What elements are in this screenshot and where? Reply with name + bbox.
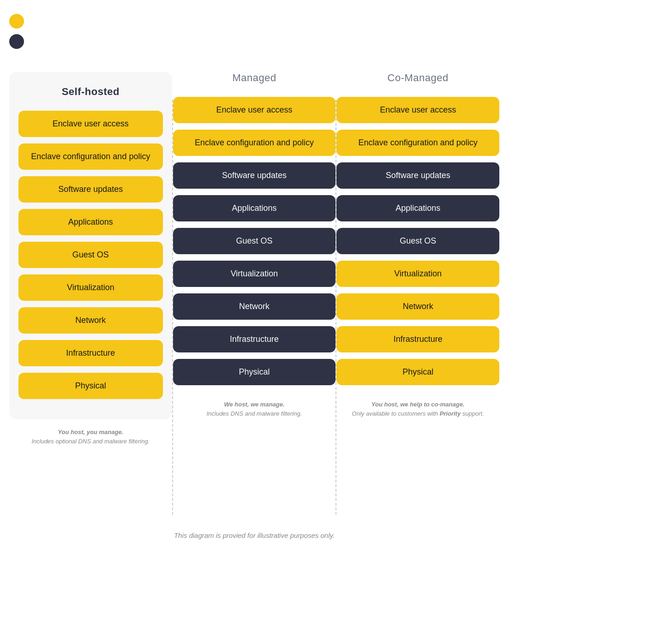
column-self-hosted: Self-hosted Enclave user access Enclave … (9, 72, 172, 446)
pill-cm-software-updates: Software updates (336, 162, 499, 189)
pill-cm-physical: Physical (336, 359, 499, 385)
self-hosted-footer: You host, you manage. Includes optional … (31, 428, 150, 446)
pill-cm-virtualization: Virtualization (336, 261, 499, 287)
pill-m-network: Network (173, 293, 336, 320)
pill-cm-infrastructure: Infrastructure (336, 326, 499, 352)
legend (9, 9, 499, 54)
pill-m-virtualization: Virtualization (173, 261, 336, 287)
pill-sh-enclave-config: Enclave configuration and policy (18, 143, 163, 170)
pill-cm-enclave-config: Enclave configuration and policy (336, 130, 499, 156)
pill-cm-applications: Applications (336, 195, 499, 221)
pill-cm-network: Network (336, 293, 499, 320)
legend-item-dark (9, 34, 499, 49)
pill-m-enclave-config: Enclave configuration and policy (173, 130, 336, 156)
pill-m-software-updates: Software updates (173, 162, 336, 189)
legend-dot-yellow (9, 14, 24, 29)
legend-dot-dark (9, 34, 24, 49)
pill-sh-infrastructure: Infrastructure (18, 340, 163, 366)
self-hosted-title: Self-hosted (62, 86, 120, 98)
pill-sh-network: Network (18, 307, 163, 334)
column-co-managed: Co-Managed Enclave user access Enclave c… (336, 72, 499, 418)
column-managed: Managed Enclave user access Enclave conf… (173, 72, 336, 418)
pill-sh-physical: Physical (18, 373, 163, 399)
pill-sh-software-updates: Software updates (18, 176, 163, 203)
main-content: Self-hosted Enclave user access Enclave … (9, 72, 499, 515)
pill-cm-guest-os: Guest OS (336, 228, 499, 254)
pill-sh-virtualization: Virtualization (18, 274, 163, 301)
co-managed-footer: You host, we help to co-manage. Only ava… (352, 400, 484, 418)
managed-footer: We host, we manage. Includes DNS and mal… (207, 400, 302, 418)
bottom-disclaimer: This diagram is provied for illustrative… (9, 531, 499, 539)
co-managed-title: Co-Managed (388, 72, 449, 84)
self-hosted-wrapper: Self-hosted Enclave user access Enclave … (9, 72, 172, 419)
pill-sh-guest-os: Guest OS (18, 242, 163, 268)
pill-cm-enclave-access: Enclave user access (336, 97, 499, 123)
pill-m-applications: Applications (173, 195, 336, 221)
legend-item-yellow (9, 14, 499, 29)
pill-m-guest-os: Guest OS (173, 228, 336, 254)
pill-m-enclave-access: Enclave user access (173, 97, 336, 123)
pill-sh-applications: Applications (18, 209, 163, 235)
pill-m-physical: Physical (173, 359, 336, 385)
pill-sh-enclave-access: Enclave user access (18, 111, 163, 137)
pill-m-infrastructure: Infrastructure (173, 326, 336, 352)
managed-title: Managed (232, 72, 276, 84)
